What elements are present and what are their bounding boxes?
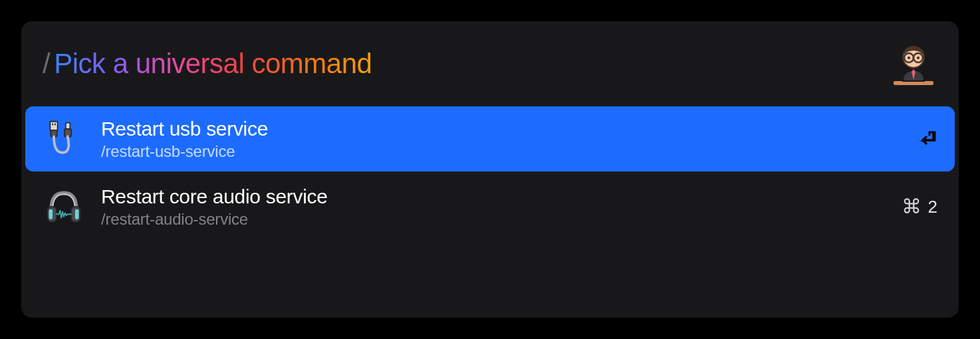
command-item-text: Restart core audio service /restart-audi…: [101, 185, 902, 229]
svg-rect-7: [50, 122, 57, 130]
svg-rect-8: [52, 124, 53, 126]
svg-point-5: [908, 56, 910, 59]
svg-point-6: [917, 56, 919, 59]
usb-cable-icon: [43, 118, 85, 160]
slash-prefix: /: [43, 48, 50, 80]
command-slug: /restart-usb-service: [101, 142, 916, 161]
svg-rect-14: [49, 209, 53, 219]
command-title: Restart usb service: [101, 117, 916, 141]
shortcut-number: 2: [928, 197, 937, 217]
prompt-text: Pick a universal command: [54, 48, 372, 80]
command-palette: / Pick a universal command: [21, 21, 959, 318]
command-item-restart-audio[interactable]: Restart core audio service /restart-audi…: [25, 174, 955, 239]
enter-key-icon: [916, 128, 937, 150]
command-title: Restart core audio service: [101, 185, 902, 209]
svg-rect-11: [66, 123, 70, 129]
user-avatar-icon[interactable]: [890, 40, 937, 88]
prompt[interactable]: / Pick a universal command: [43, 48, 372, 80]
command-item-restart-usb[interactable]: Restart usb service /restart-usb-service: [25, 106, 955, 171]
cmd-key-icon: ⌘: [902, 197, 921, 217]
svg-rect-16: [75, 209, 79, 219]
shortcut-hint: ⌘ 2: [902, 197, 937, 217]
headphones-icon: [43, 185, 85, 228]
palette-header: / Pick a universal command: [21, 40, 959, 106]
command-slug: /restart-audio-service: [101, 210, 902, 229]
command-list: Restart usb service /restart-usb-service: [21, 106, 959, 239]
command-item-text: Restart usb service /restart-usb-service: [101, 117, 916, 161]
svg-rect-9: [55, 124, 56, 126]
